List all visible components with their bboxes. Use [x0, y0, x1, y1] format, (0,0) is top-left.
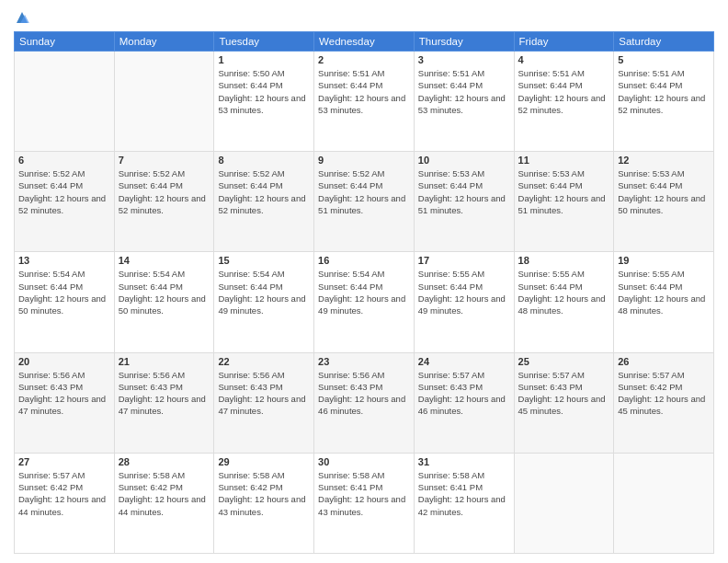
day-number: 31	[418, 456, 510, 467]
day-number: 14	[119, 255, 210, 266]
calendar-cell: 16Sunrise: 5:54 AMSunset: 6:44 PMDayligh…	[314, 252, 415, 352]
calendar-week-row: 27Sunrise: 5:57 AMSunset: 6:42 PMDayligh…	[15, 453, 714, 553]
calendar-cell: 6Sunrise: 5:52 AMSunset: 6:44 PMDaylight…	[15, 152, 115, 252]
calendar-cell: 4Sunrise: 5:51 AMSunset: 6:44 PMDaylight…	[514, 52, 614, 152]
day-info: Sunrise: 5:52 AMSunset: 6:44 PMDaylight:…	[218, 167, 310, 216]
day-number: 5	[618, 54, 710, 65]
weekday-header-thursday: Thursday	[414, 32, 514, 52]
day-info: Sunrise: 5:50 AMSunset: 6:44 PMDaylight:…	[218, 67, 310, 116]
calendar-cell: 29Sunrise: 5:58 AMSunset: 6:42 PMDayligh…	[214, 453, 314, 553]
day-info: Sunrise: 5:51 AMSunset: 6:44 PMDaylight:…	[418, 67, 510, 116]
day-number: 4	[518, 54, 610, 65]
day-number: 20	[18, 356, 110, 367]
day-info: Sunrise: 5:58 AMSunset: 6:42 PMDaylight:…	[119, 469, 210, 518]
page: SundayMondayTuesdayWednesdayThursdayFrid…	[0, 0, 728, 563]
weekday-header-friday: Friday	[514, 32, 614, 52]
day-info: Sunrise: 5:55 AMSunset: 6:44 PMDaylight:…	[618, 268, 710, 316]
day-number: 11	[518, 155, 610, 166]
weekday-header-row: SundayMondayTuesdayWednesdayThursdayFrid…	[15, 32, 714, 52]
calendar-cell: 24Sunrise: 5:57 AMSunset: 6:43 PMDayligh…	[414, 352, 514, 453]
day-number: 8	[218, 155, 310, 166]
day-info: Sunrise: 5:53 AMSunset: 6:44 PMDaylight:…	[518, 167, 610, 216]
day-number: 24	[418, 356, 510, 367]
calendar-cell: 15Sunrise: 5:54 AMSunset: 6:44 PMDayligh…	[214, 252, 314, 352]
header	[14, 9, 714, 26]
calendar-cell: 13Sunrise: 5:54 AMSunset: 6:44 PMDayligh…	[15, 252, 115, 352]
day-info: Sunrise: 5:53 AMSunset: 6:44 PMDaylight:…	[418, 167, 510, 216]
day-number: 15	[218, 255, 310, 266]
day-number: 2	[318, 54, 410, 65]
calendar-cell: 23Sunrise: 5:56 AMSunset: 6:43 PMDayligh…	[314, 352, 415, 453]
calendar-cell: 26Sunrise: 5:57 AMSunset: 6:42 PMDayligh…	[614, 352, 714, 453]
calendar-cell: 19Sunrise: 5:55 AMSunset: 6:44 PMDayligh…	[614, 252, 714, 352]
day-info: Sunrise: 5:52 AMSunset: 6:44 PMDaylight:…	[18, 167, 110, 216]
weekday-header-saturday: Saturday	[614, 32, 714, 52]
calendar-cell: 25Sunrise: 5:57 AMSunset: 6:43 PMDayligh…	[514, 352, 614, 453]
calendar-cell: 22Sunrise: 5:56 AMSunset: 6:43 PMDayligh…	[214, 352, 314, 453]
weekday-header-sunday: Sunday	[15, 32, 115, 52]
day-number: 19	[618, 255, 710, 266]
day-number: 26	[618, 356, 710, 367]
day-number: 10	[418, 155, 510, 166]
day-number: 21	[119, 356, 210, 367]
day-number: 18	[518, 255, 610, 266]
day-number: 3	[418, 54, 510, 65]
calendar-week-row: 20Sunrise: 5:56 AMSunset: 6:43 PMDayligh…	[15, 352, 714, 453]
calendar-cell	[514, 453, 614, 553]
day-number: 13	[18, 255, 110, 266]
day-number: 23	[318, 356, 410, 367]
day-number: 30	[318, 456, 410, 467]
calendar-cell: 20Sunrise: 5:56 AMSunset: 6:43 PMDayligh…	[15, 352, 115, 453]
day-number: 9	[318, 155, 410, 166]
day-info: Sunrise: 5:55 AMSunset: 6:44 PMDaylight:…	[418, 268, 510, 316]
weekday-header-wednesday: Wednesday	[314, 32, 415, 52]
day-info: Sunrise: 5:54 AMSunset: 6:44 PMDaylight:…	[318, 268, 410, 316]
day-info: Sunrise: 5:57 AMSunset: 6:42 PMDaylight:…	[18, 469, 110, 518]
calendar-cell: 18Sunrise: 5:55 AMSunset: 6:44 PMDayligh…	[514, 252, 614, 352]
day-info: Sunrise: 5:56 AMSunset: 6:43 PMDaylight:…	[119, 369, 210, 418]
day-number: 1	[218, 54, 310, 65]
calendar-cell: 3Sunrise: 5:51 AMSunset: 6:44 PMDaylight…	[414, 52, 514, 152]
calendar-table: SundayMondayTuesdayWednesdayThursdayFrid…	[14, 31, 714, 554]
calendar-cell: 27Sunrise: 5:57 AMSunset: 6:42 PMDayligh…	[15, 453, 115, 553]
day-info: Sunrise: 5:54 AMSunset: 6:44 PMDaylight:…	[218, 268, 310, 316]
calendar-cell: 12Sunrise: 5:53 AMSunset: 6:44 PMDayligh…	[614, 152, 714, 252]
day-number: 7	[119, 155, 210, 166]
calendar-cell: 11Sunrise: 5:53 AMSunset: 6:44 PMDayligh…	[514, 152, 614, 252]
calendar-cell: 2Sunrise: 5:51 AMSunset: 6:44 PMDaylight…	[314, 52, 415, 152]
calendar-cell	[614, 453, 714, 553]
day-info: Sunrise: 5:53 AMSunset: 6:44 PMDaylight:…	[618, 167, 710, 216]
calendar-cell: 7Sunrise: 5:52 AMSunset: 6:44 PMDaylight…	[114, 152, 214, 252]
day-number: 6	[18, 155, 110, 166]
calendar-cell: 14Sunrise: 5:54 AMSunset: 6:44 PMDayligh…	[114, 252, 214, 352]
calendar-week-row: 13Sunrise: 5:54 AMSunset: 6:44 PMDayligh…	[15, 252, 714, 352]
day-info: Sunrise: 5:57 AMSunset: 6:43 PMDaylight:…	[518, 369, 610, 418]
calendar-cell: 28Sunrise: 5:58 AMSunset: 6:42 PMDayligh…	[114, 453, 214, 553]
calendar-cell: 30Sunrise: 5:58 AMSunset: 6:41 PMDayligh…	[314, 453, 415, 553]
day-number: 28	[119, 456, 210, 467]
day-info: Sunrise: 5:56 AMSunset: 6:43 PMDaylight:…	[18, 369, 110, 418]
day-info: Sunrise: 5:56 AMSunset: 6:43 PMDaylight:…	[218, 369, 310, 418]
day-info: Sunrise: 5:58 AMSunset: 6:42 PMDaylight:…	[218, 469, 310, 518]
weekday-header-tuesday: Tuesday	[214, 32, 314, 52]
day-number: 17	[418, 255, 510, 266]
day-info: Sunrise: 5:52 AMSunset: 6:44 PMDaylight:…	[318, 167, 410, 216]
calendar-week-row: 6Sunrise: 5:52 AMSunset: 6:44 PMDaylight…	[15, 152, 714, 252]
day-info: Sunrise: 5:58 AMSunset: 6:41 PMDaylight:…	[318, 469, 410, 518]
day-info: Sunrise: 5:54 AMSunset: 6:44 PMDaylight:…	[18, 268, 110, 316]
day-info: Sunrise: 5:58 AMSunset: 6:41 PMDaylight:…	[418, 469, 510, 518]
calendar-cell: 21Sunrise: 5:56 AMSunset: 6:43 PMDayligh…	[114, 352, 214, 453]
calendar-cell: 17Sunrise: 5:55 AMSunset: 6:44 PMDayligh…	[414, 252, 514, 352]
calendar-cell: 9Sunrise: 5:52 AMSunset: 6:44 PMDaylight…	[314, 152, 415, 252]
calendar-cell: 10Sunrise: 5:53 AMSunset: 6:44 PMDayligh…	[414, 152, 514, 252]
day-number: 25	[518, 356, 610, 367]
calendar-cell: 8Sunrise: 5:52 AMSunset: 6:44 PMDaylight…	[214, 152, 314, 252]
day-number: 22	[218, 356, 310, 367]
day-info: Sunrise: 5:51 AMSunset: 6:44 PMDaylight:…	[318, 67, 410, 116]
day-number: 16	[318, 255, 410, 266]
day-info: Sunrise: 5:54 AMSunset: 6:44 PMDaylight:…	[119, 268, 210, 316]
day-info: Sunrise: 5:51 AMSunset: 6:44 PMDaylight:…	[518, 67, 610, 116]
calendar-cell	[114, 52, 214, 152]
day-number: 12	[618, 155, 710, 166]
day-info: Sunrise: 5:56 AMSunset: 6:43 PMDaylight:…	[318, 369, 410, 418]
